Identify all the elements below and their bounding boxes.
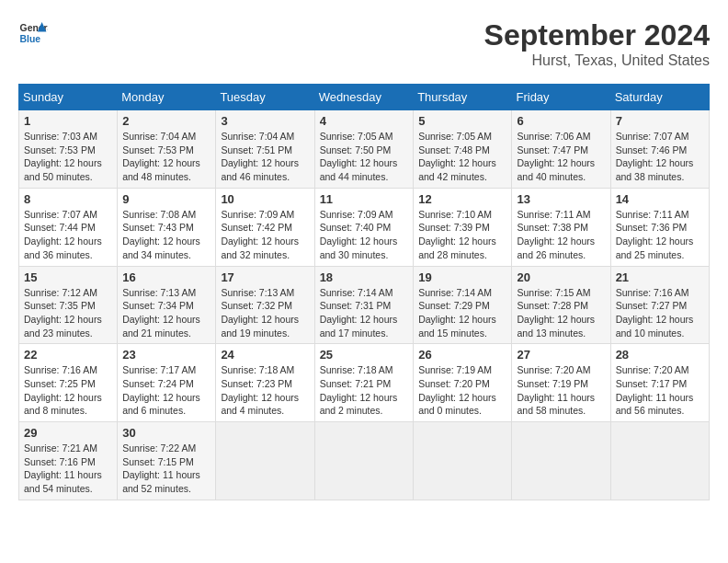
day-number: 10	[221, 192, 309, 206]
day-info: Sunrise: 7:21 AMSunset: 7:16 PMDaylight:…	[24, 442, 112, 496]
calendar-cell: 21 Sunrise: 7:16 AMSunset: 7:27 PMDaylig…	[610, 266, 709, 344]
calendar-cell: 13 Sunrise: 7:11 AMSunset: 7:38 PMDaylig…	[512, 188, 610, 266]
day-number: 26	[418, 348, 506, 362]
day-info: Sunrise: 7:16 AMSunset: 7:27 PMDaylight:…	[616, 286, 704, 340]
day-number: 18	[320, 270, 409, 284]
day-info: Sunrise: 7:20 AMSunset: 7:17 PMDaylight:…	[616, 363, 704, 418]
day-number: 8	[24, 192, 112, 206]
day-info: Sunrise: 7:05 AMSunset: 7:50 PMDaylight:…	[320, 130, 409, 184]
day-info: Sunrise: 7:09 AMSunset: 7:42 PMDaylight:…	[221, 208, 309, 262]
day-number: 20	[517, 270, 605, 284]
calendar-week-row: 15 Sunrise: 7:12 AMSunset: 7:35 PMDaylig…	[19, 266, 710, 344]
calendar-week-row: 29 Sunrise: 7:21 AMSunset: 7:16 PMDaylig…	[19, 422, 710, 500]
calendar-header-row: Sunday Monday Tuesday Wednesday Thursday…	[19, 85, 710, 110]
logo-icon: General Blue	[18, 18, 48, 48]
location-label: Hurst, Texas, United States	[484, 52, 710, 69]
day-number: 11	[320, 192, 409, 206]
day-number: 7	[616, 114, 704, 128]
calendar-cell: 26 Sunrise: 7:19 AMSunset: 7:20 PMDaylig…	[414, 344, 512, 422]
day-info: Sunrise: 7:09 AMSunset: 7:40 PMDaylight:…	[320, 208, 409, 262]
day-number: 13	[517, 192, 605, 206]
day-info: Sunrise: 7:06 AMSunset: 7:47 PMDaylight:…	[517, 130, 605, 184]
header-sunday: Sunday	[19, 85, 118, 110]
calendar-cell: 7 Sunrise: 7:07 AMSunset: 7:46 PMDayligh…	[610, 110, 709, 189]
calendar-cell: 3 Sunrise: 7:04 AMSunset: 7:51 PMDayligh…	[216, 110, 314, 189]
calendar-cell: 19 Sunrise: 7:14 AMSunset: 7:29 PMDaylig…	[414, 266, 512, 344]
day-info: Sunrise: 7:22 AMSunset: 7:15 PMDaylight:…	[122, 442, 210, 496]
day-number: 24	[221, 348, 309, 362]
day-info: Sunrise: 7:15 AMSunset: 7:28 PMDaylight:…	[517, 286, 605, 340]
day-info: Sunrise: 7:11 AMSunset: 7:36 PMDaylight:…	[616, 208, 704, 262]
day-number: 17	[221, 270, 309, 284]
calendar-cell: 24 Sunrise: 7:18 AMSunset: 7:23 PMDaylig…	[216, 344, 314, 422]
day-number: 27	[517, 348, 605, 362]
day-number: 15	[24, 270, 112, 284]
day-info: Sunrise: 7:18 AMSunset: 7:23 PMDaylight:…	[221, 363, 309, 418]
calendar-cell: 29 Sunrise: 7:21 AMSunset: 7:16 PMDaylig…	[19, 422, 118, 500]
header-wednesday: Wednesday	[314, 85, 414, 110]
day-info: Sunrise: 7:05 AMSunset: 7:48 PMDaylight:…	[418, 130, 506, 184]
day-info: Sunrise: 7:07 AMSunset: 7:46 PMDaylight:…	[616, 130, 704, 184]
day-info: Sunrise: 7:07 AMSunset: 7:44 PMDaylight:…	[24, 208, 112, 262]
calendar-cell: 12 Sunrise: 7:10 AMSunset: 7:39 PMDaylig…	[414, 188, 512, 266]
day-number: 2	[122, 114, 210, 128]
calendar-cell: 11 Sunrise: 7:09 AMSunset: 7:40 PMDaylig…	[314, 188, 414, 266]
day-number: 28	[616, 348, 704, 362]
day-info: Sunrise: 7:13 AMSunset: 7:34 PMDaylight:…	[122, 286, 210, 340]
page-header: General Blue September 2024 Hurst, Texas…	[18, 18, 710, 69]
calendar-cell: 9 Sunrise: 7:08 AMSunset: 7:43 PMDayligh…	[118, 188, 216, 266]
day-info: Sunrise: 7:10 AMSunset: 7:39 PMDaylight:…	[418, 208, 506, 262]
day-info: Sunrise: 7:16 AMSunset: 7:25 PMDaylight:…	[24, 363, 112, 418]
calendar-cell: 28 Sunrise: 7:20 AMSunset: 7:17 PMDaylig…	[610, 344, 709, 422]
calendar-cell	[216, 422, 314, 500]
day-info: Sunrise: 7:04 AMSunset: 7:53 PMDaylight:…	[122, 130, 210, 184]
day-info: Sunrise: 7:20 AMSunset: 7:19 PMDaylight:…	[517, 363, 605, 418]
day-number: 19	[418, 270, 506, 284]
calendar-table: Sunday Monday Tuesday Wednesday Thursday…	[18, 84, 710, 500]
calendar-cell: 20 Sunrise: 7:15 AMSunset: 7:28 PMDaylig…	[512, 266, 610, 344]
day-number: 9	[122, 192, 210, 206]
day-number: 1	[24, 114, 112, 128]
day-info: Sunrise: 7:14 AMSunset: 7:29 PMDaylight:…	[418, 286, 506, 340]
calendar-cell: 16 Sunrise: 7:13 AMSunset: 7:34 PMDaylig…	[118, 266, 216, 344]
calendar-week-row: 8 Sunrise: 7:07 AMSunset: 7:44 PMDayligh…	[19, 188, 710, 266]
calendar-cell: 4 Sunrise: 7:05 AMSunset: 7:50 PMDayligh…	[314, 110, 414, 189]
title-area: September 2024 Hurst, Texas, United Stat…	[484, 18, 710, 69]
day-info: Sunrise: 7:11 AMSunset: 7:38 PMDaylight:…	[517, 208, 605, 262]
calendar-cell: 1 Sunrise: 7:03 AMSunset: 7:53 PMDayligh…	[19, 110, 118, 189]
calendar-cell	[512, 422, 610, 500]
calendar-cell: 18 Sunrise: 7:14 AMSunset: 7:31 PMDaylig…	[314, 266, 414, 344]
day-number: 22	[24, 348, 112, 362]
calendar-cell: 17 Sunrise: 7:13 AMSunset: 7:32 PMDaylig…	[216, 266, 314, 344]
day-info: Sunrise: 7:13 AMSunset: 7:32 PMDaylight:…	[221, 286, 309, 340]
header-tuesday: Tuesday	[216, 85, 314, 110]
calendar-cell	[414, 422, 512, 500]
calendar-cell	[314, 422, 414, 500]
calendar-cell: 23 Sunrise: 7:17 AMSunset: 7:24 PMDaylig…	[118, 344, 216, 422]
day-number: 14	[616, 192, 704, 206]
month-title: September 2024	[484, 18, 710, 52]
calendar-cell: 8 Sunrise: 7:07 AMSunset: 7:44 PMDayligh…	[19, 188, 118, 266]
calendar-cell: 2 Sunrise: 7:04 AMSunset: 7:53 PMDayligh…	[118, 110, 216, 189]
calendar-week-row: 22 Sunrise: 7:16 AMSunset: 7:25 PMDaylig…	[19, 344, 710, 422]
svg-text:Blue: Blue	[20, 34, 41, 44]
day-number: 29	[24, 426, 112, 440]
header-friday: Friday	[512, 85, 610, 110]
day-info: Sunrise: 7:04 AMSunset: 7:51 PMDaylight:…	[221, 130, 309, 184]
day-number: 5	[418, 114, 506, 128]
day-info: Sunrise: 7:14 AMSunset: 7:31 PMDaylight:…	[320, 286, 409, 340]
day-number: 25	[320, 348, 409, 362]
day-number: 30	[122, 426, 210, 440]
day-number: 6	[517, 114, 605, 128]
calendar-cell: 5 Sunrise: 7:05 AMSunset: 7:48 PMDayligh…	[414, 110, 512, 189]
calendar-cell: 6 Sunrise: 7:06 AMSunset: 7:47 PMDayligh…	[512, 110, 610, 189]
calendar-cell	[610, 422, 709, 500]
header-saturday: Saturday	[610, 85, 709, 110]
calendar-week-row: 1 Sunrise: 7:03 AMSunset: 7:53 PMDayligh…	[19, 110, 710, 189]
calendar-cell: 30 Sunrise: 7:22 AMSunset: 7:15 PMDaylig…	[118, 422, 216, 500]
calendar-cell: 15 Sunrise: 7:12 AMSunset: 7:35 PMDaylig…	[19, 266, 118, 344]
day-info: Sunrise: 7:03 AMSunset: 7:53 PMDaylight:…	[24, 130, 112, 184]
day-number: 4	[320, 114, 409, 128]
calendar-cell: 25 Sunrise: 7:18 AMSunset: 7:21 PMDaylig…	[314, 344, 414, 422]
day-info: Sunrise: 7:17 AMSunset: 7:24 PMDaylight:…	[122, 363, 210, 418]
